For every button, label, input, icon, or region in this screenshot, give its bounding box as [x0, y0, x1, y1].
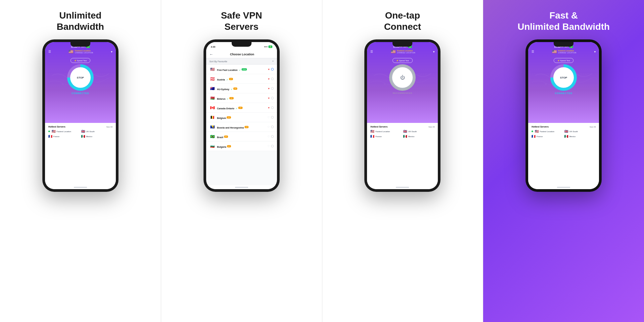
- menu-icon[interactable]: ☰: [48, 50, 51, 53]
- back-button[interactable]: ←: [209, 52, 213, 57]
- location-radio-button[interactable]: [271, 116, 274, 119]
- sort-chevron-icon[interactable]: ▾: [272, 60, 274, 63]
- server-name-label: France: [53, 135, 60, 137]
- change-location-label[interactable]: CHANGE LOCATION: [75, 52, 93, 54]
- speed-test-button[interactable]: ⚡ Speed Test: [392, 58, 413, 63]
- server-item[interactable]: 🇲🇽Mexico: [403, 134, 435, 138]
- location-list-item[interactable]: 🇨🇦Canada-Ontario ✓VIP♥: [206, 103, 277, 113]
- location-flag-icon: 🇧🇬: [209, 143, 215, 149]
- server-flag-icon: 🇬🇧: [81, 130, 85, 133]
- change-location-label[interactable]: CHANGE LOCATION: [397, 52, 415, 54]
- panel-title: Fast & Unlimited Bandwidth: [518, 10, 610, 32]
- server-item[interactable]: 🇬🇧UK-South: [564, 130, 596, 133]
- connect-button[interactable]: ⏻: [392, 67, 413, 88]
- location-name: AU-Sydney: [217, 88, 229, 90]
- change-location-label[interactable]: CHANGE LOCATION: [558, 52, 576, 54]
- location-name: Brazil: [217, 136, 223, 138]
- feature-panel-3: One-tap Connect 11:05 ●●● WiFi 🔋 ☰ 🇺🇸 Fa…: [322, 0, 483, 322]
- location-check-icon: ✓: [226, 79, 228, 81]
- location-list-item[interactable]: 🇧🇬BulgariaVIP♡: [206, 141, 277, 151]
- server-item[interactable]: 🇺🇸Fastest Location: [370, 130, 402, 133]
- location-name: Canada-Ontario: [217, 107, 235, 110]
- speed-test-button[interactable]: ⚡ Speed Test: [554, 58, 574, 63]
- location-radio-button[interactable]: [271, 126, 274, 128]
- server-item[interactable]: 🇫🇷France: [531, 134, 563, 138]
- server-item[interactable]: 🇲🇽Mexico: [564, 134, 596, 138]
- hottest-servers-title: Hottest Servers: [48, 126, 66, 128]
- server-item[interactable]: 🇲🇽Mexico: [81, 134, 113, 138]
- favorite-heart-icon[interactable]: ♡: [267, 126, 270, 129]
- location-radio-button[interactable]: [271, 135, 274, 138]
- server-flag-icon: 🇺🇸: [52, 130, 56, 133]
- favorite-heart-icon[interactable]: ♥: [268, 106, 270, 109]
- server-name-label: Mexico: [569, 135, 575, 137]
- sort-by-label: Sort By Favourite: [209, 60, 227, 63]
- speed-test-button[interactable]: ⚡ Speed Test: [70, 58, 91, 63]
- server-name-label: UK-South: [569, 131, 578, 133]
- favorite-heart-icon[interactable]: ♥: [268, 87, 270, 90]
- server-flag-icon: 🇬🇧: [403, 130, 407, 133]
- hottest-servers-title: Hottest Servers: [531, 126, 549, 128]
- location-flag-icon: 🇨🇦: [209, 105, 215, 111]
- server-item[interactable]: 🇬🇧UK-South: [81, 130, 113, 133]
- location-badge: VIP: [229, 97, 233, 99]
- stop-button[interactable]: STOP: [70, 67, 91, 88]
- location-radio-button[interactable]: [271, 106, 274, 109]
- location-radio-button[interactable]: [271, 68, 274, 71]
- favorite-heart-icon[interactable]: ♡: [267, 116, 270, 119]
- location-name: Austria: [217, 79, 225, 81]
- location-radio-button[interactable]: [271, 87, 274, 90]
- see-all-link[interactable]: See All: [429, 126, 435, 128]
- svg-point-5: [384, 83, 386, 85]
- hottest-servers-title: Hottest Servers: [370, 126, 388, 128]
- location-list-item[interactable]: 🇦🇹Austria ✓VIP♥: [206, 74, 277, 84]
- server-name-label: UK-South: [408, 131, 417, 133]
- choose-location-title: Choose Location: [216, 53, 268, 56]
- location-check-icon: ✓: [238, 69, 241, 71]
- see-all-link[interactable]: See All: [106, 126, 113, 128]
- location-radio-button[interactable]: [271, 78, 274, 80]
- server-flag-icon: 🇲🇽: [403, 134, 407, 138]
- panel-title: One-tap Connect: [384, 10, 421, 32]
- location-radio-button[interactable]: [271, 145, 274, 147]
- server-name-label: France: [536, 135, 543, 137]
- location-list-item[interactable]: 🇦🇺AU-Sydney ✓VIP♥: [206, 84, 277, 93]
- favorite-heart-icon[interactable]: ♥: [268, 97, 270, 100]
- location-list-item[interactable]: 🇧🇷BrazilVIP♡: [206, 132, 277, 141]
- feature-panel-1: Unlimited Bandwidth 11:06 ●●● WiFi 🔋 ☰ 🇺…: [0, 0, 161, 322]
- location-name: Free Fast Location: [217, 69, 238, 71]
- us-flag-icon: 🇺🇸: [391, 49, 396, 54]
- location-check-icon: ✓: [230, 88, 233, 90]
- server-flag-icon: 🇲🇽: [564, 134, 568, 138]
- heart-nav-icon: ♥: [594, 50, 596, 53]
- favorite-heart-icon[interactable]: ♥: [268, 68, 270, 71]
- location-list-item[interactable]: 🇧🇦Bosnia and HerzegovinaVIP♡: [206, 122, 277, 132]
- see-all-link[interactable]: See All: [589, 126, 596, 128]
- location-flag-icon: 🇦🇺: [209, 85, 215, 91]
- server-item[interactable]: 🇫🇷France: [48, 134, 80, 138]
- location-list-item[interactable]: 🇧🇾Belarus ✓VIP♥: [206, 93, 277, 103]
- menu-icon[interactable]: ☰: [370, 50, 373, 53]
- location-name: Belgium: [217, 117, 226, 119]
- phone-4: 11:06 ●●● WiFi 🔋 ☰ 🇺🇸 Fastest Location C…: [526, 39, 602, 192]
- location-list-item[interactable]: 🇺🇸Free Fast Location ✓FREE♥: [206, 65, 277, 74]
- location-badge: VIP: [227, 116, 231, 119]
- location-radio-button[interactable]: [271, 97, 274, 99]
- favorite-heart-icon[interactable]: ♥: [268, 78, 270, 80]
- server-item[interactable]: 🇺🇸Fastest Location: [531, 130, 563, 133]
- server-name-label: France: [375, 135, 382, 137]
- favorite-heart-icon[interactable]: ♡: [267, 135, 270, 138]
- feature-panel-4: Fast & Unlimited Bandwidth 11:06 ●●● WiF…: [483, 0, 644, 322]
- location-list-item[interactable]: 🇧🇪BelgiumVIP♡: [206, 113, 277, 122]
- menu-icon[interactable]: ☰: [531, 50, 534, 53]
- server-item[interactable]: 🇺🇸Fastest Location: [48, 130, 80, 133]
- server-item[interactable]: 🇬🇧UK-South: [403, 130, 435, 133]
- location-flag-icon: 🇧🇷: [209, 134, 215, 139]
- phone-2: 4:49 ●●● 🔋 ← Choose Location Sort By Fav…: [204, 39, 280, 192]
- stop-button[interactable]: STOP: [553, 67, 574, 88]
- server-item[interactable]: 🇫🇷France: [370, 134, 402, 138]
- server-name-label: Fastest Location: [540, 131, 554, 133]
- location-flag-icon: 🇦🇹: [209, 76, 215, 82]
- us-flag-icon: 🇺🇸: [552, 49, 557, 54]
- favorite-heart-icon[interactable]: ♡: [267, 145, 270, 148]
